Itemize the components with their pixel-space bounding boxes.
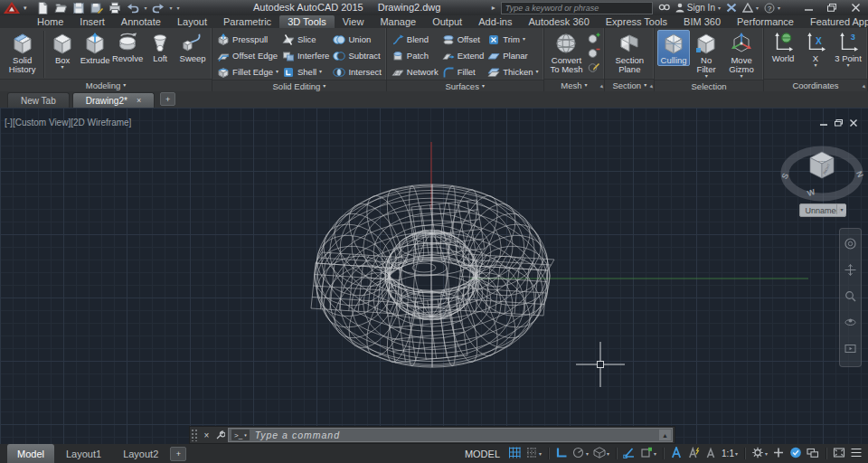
qat-customize-caret-icon[interactable]: ▾ <box>177 5 180 11</box>
ribbon-tab-insert[interactable]: Insert <box>71 15 113 28</box>
move-gizmo-caret-icon[interactable]: ▾ <box>741 74 743 79</box>
clean-screen-button[interactable] <box>832 446 846 462</box>
thicken-caret-icon[interactable]: ▾ <box>536 70 539 74</box>
saveas-button[interactable] <box>90 1 104 14</box>
panel-expand-caret-icon[interactable]: ▾ <box>323 84 326 89</box>
graphics-performance-button[interactable] <box>788 446 803 462</box>
object-snap-button[interactable] <box>622 446 637 462</box>
annotation-scale-value-caret-icon[interactable]: ▾ <box>735 450 738 457</box>
zoom-icon[interactable] <box>844 289 856 306</box>
offset-edge-button[interactable]: Offset Edge <box>215 48 280 63</box>
ribbon-tab-view[interactable]: View <box>335 15 373 28</box>
subtract-button[interactable]: Subtract <box>331 48 382 63</box>
undo-button[interactable] <box>127 1 140 14</box>
world-button[interactable]: World <box>767 30 799 64</box>
box-button[interactable]: Box▾ <box>46 30 79 71</box>
ucs-menu-caret-icon[interactable]: ▾ <box>836 204 846 214</box>
layout-tab-layout1[interactable]: Layout1 <box>56 444 111 463</box>
full-navigation-wheel-icon[interactable] <box>844 237 856 253</box>
panel-title-modeling[interactable]: Modeling▾ <box>0 79 212 91</box>
command-close-icon[interactable]: × <box>200 427 213 443</box>
slice-button[interactable]: Slice <box>280 32 331 47</box>
culling-button[interactable]: Culling <box>657 30 690 66</box>
ribbon-tab-add-ins[interactable]: Add-ins <box>470 15 520 28</box>
window-minimize-button[interactable] <box>798 1 818 14</box>
ribbon-tab-autodesk-360[interactable]: Autodesk 360 <box>520 15 597 28</box>
blend-button[interactable]: Blend <box>390 32 440 47</box>
panel-expand-caret-icon[interactable]: ▾ <box>123 83 126 88</box>
ribbon-tab-layout[interactable]: Layout <box>169 15 215 28</box>
fillet-edge-caret-icon[interactable]: ▾ <box>276 70 278 74</box>
trim-button[interactable]: Trim▾ <box>486 32 540 47</box>
autodesk360-caret-icon[interactable]: ▾ <box>756 5 759 11</box>
panel-title-section[interactable]: Section▾▾ <box>605 79 654 91</box>
redo-caret-icon[interactable]: ▾ <box>170 5 173 11</box>
fillet-edge-button[interactable]: Fillet Edge▾ <box>215 64 280 80</box>
redo-button[interactable] <box>152 1 165 14</box>
ribbon-tab-bim-360[interactable]: BIM 360 <box>675 15 729 28</box>
viewport-maximize-icon[interactable] <box>835 114 843 130</box>
trim-caret-icon[interactable]: ▾ <box>523 37 525 42</box>
help-search-input[interactable]: Type a keyword or phrase <box>501 2 653 14</box>
3-point-button[interactable]: 33 Point▾ <box>832 30 864 69</box>
ribbon-tab-featured-apps[interactable]: Featured Apps <box>802 15 868 28</box>
orbit-icon[interactable] <box>844 316 856 332</box>
command-prompt-icon[interactable]: >_▾ <box>231 430 250 440</box>
union-button[interactable]: Union <box>331 32 382 47</box>
thicken-button[interactable]: Thicken▾ <box>486 64 540 80</box>
extrude-button[interactable]: Extrude <box>79 30 111 66</box>
smooth-plus-button[interactable] <box>588 32 600 44</box>
isometric-drafting-button[interactable]: ▾ <box>592 446 610 462</box>
panel-expand-caret-icon[interactable]: ▾ <box>482 84 485 89</box>
app-logo-icon[interactable] <box>0 0 24 15</box>
ribbon-tab-home[interactable]: Home <box>29 15 71 28</box>
plot-button[interactable] <box>108 1 122 14</box>
ribbon-tab-annotate[interactable]: Annotate <box>113 15 169 28</box>
file-tab-drawing2[interactable]: Drawing2*× <box>72 92 155 108</box>
quick-properties-button[interactable] <box>806 446 820 462</box>
ribbon-tab-performance[interactable]: Performance <box>729 15 802 28</box>
workspace-switching-caret-icon[interactable]: ▾ <box>765 450 768 457</box>
annotation-visibility-button[interactable] <box>669 446 684 462</box>
polar-tracking-button[interactable]: ▾ <box>571 446 590 462</box>
command-dock-handle[interactable] <box>191 429 199 441</box>
annotation-autoscale-button[interactable] <box>686 446 701 462</box>
panel-title-surfaces[interactable]: Surfaces▾ <box>387 80 543 91</box>
grid-display-button[interactable] <box>507 446 522 462</box>
presspull-button[interactable]: Presspull <box>215 32 280 47</box>
viewcube-ucs-menu[interactable]: Unnamed ▾ <box>799 203 846 217</box>
showmotion-icon[interactable] <box>844 342 856 358</box>
command-tools-icon[interactable] <box>213 427 227 443</box>
shell-button[interactable]: Shell▾ <box>280 64 331 80</box>
object-snap-3d-button[interactable]: ▾ <box>639 446 657 462</box>
panel-title-solid-editing[interactable]: Solid Editing▾ <box>212 80 386 91</box>
new-layout-button[interactable]: + <box>170 447 186 461</box>
app-menu-caret-icon[interactable]: ▾ <box>24 5 27 12</box>
x-button[interactable]: XX▾ <box>799 30 832 69</box>
solid-history-button[interactable]: Solid History <box>3 30 42 75</box>
shell-caret-icon[interactable]: ▾ <box>319 70 322 74</box>
section-plane-button[interactable]: Section Plane <box>608 30 651 75</box>
viewport-canvas[interactable] <box>0 108 868 445</box>
annotation-scale-value-button[interactable]: 1:1▾ <box>721 449 739 458</box>
search-flyout-icon[interactable]: ▸ <box>492 4 495 12</box>
viewport-controls-label[interactable]: [-][Custom View][2D Wireframe] <box>5 118 131 128</box>
workspace-switching-button[interactable]: ▾ <box>750 446 769 462</box>
panel-expand-caret-icon[interactable]: ▾ <box>585 83 588 88</box>
command-history-up-icon[interactable]: ▲ <box>659 430 671 440</box>
annotation-scale-button[interactable] <box>703 446 718 462</box>
move-gizmo-button[interactable]: Move Gizmo▾ <box>722 30 760 80</box>
no-filter-caret-icon[interactable]: ▾ <box>705 74 708 79</box>
viewport-close-icon[interactable] <box>850 114 857 130</box>
new-button[interactable] <box>36 1 50 14</box>
snap-mode-button[interactable]: ▾ <box>524 446 542 462</box>
sweep-button[interactable]: Sweep <box>176 30 209 64</box>
help-button[interactable]: ?▾ <box>764 3 780 14</box>
offset-button[interactable]: Offset <box>440 32 486 47</box>
new-drawing-button[interactable]: + <box>160 92 175 106</box>
dialog-launcher-icon[interactable]: ▾ <box>599 84 605 90</box>
command-input[interactable]: >_▾ Type a command ▲ <box>228 428 673 442</box>
dialog-launcher-icon[interactable]: ▾ <box>862 84 868 90</box>
interfere-button[interactable]: Interfere <box>280 48 331 63</box>
window-restore-button[interactable] <box>822 1 842 14</box>
